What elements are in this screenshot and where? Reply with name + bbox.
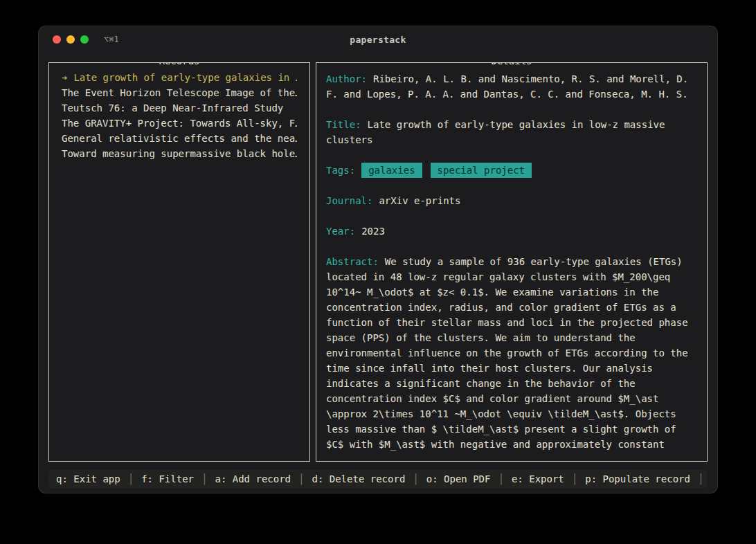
title-label: Title: (326, 119, 361, 130)
record-item-selected[interactable]: ➔Late growth of early-type galaxies in … (62, 70, 297, 85)
tag-badge: galaxies (361, 163, 422, 178)
record-item[interactable]: Toward measuring supermassive black hole… (62, 146, 297, 161)
year-value: 2023 (361, 226, 385, 237)
record-title: The Event Horizon Telescope Image of the… (62, 87, 297, 98)
statusbar-separator: │ (128, 473, 134, 484)
close-window-button[interactable] (53, 35, 61, 44)
statusbar-item-more[interactable]: ... (703, 473, 708, 484)
author-label: Author: (326, 73, 367, 84)
selection-arrow-icon: ➔ (62, 72, 67, 83)
statusbar-item-populate-record[interactable]: p: Populate record (577, 473, 698, 484)
details-panel-title: Details (485, 62, 538, 66)
statusbar-item-add-record[interactable]: a: Add record (207, 473, 298, 484)
field-title: Title:Late growth of early-type galaxies… (326, 117, 697, 147)
statusbar-separator: │ (298, 473, 304, 484)
statusbar-separator: │ (413, 473, 418, 484)
field-author: Author:Ribeiro, A. L. B. and Nascimento,… (326, 71, 697, 102)
statusbar-separator: │ (572, 473, 577, 484)
abstract-label: Abstract: (326, 256, 379, 267)
record-item[interactable]: The Event Horizon Telescope Image of the… (62, 85, 297, 100)
record-item[interactable]: The GRAVITY+ Project: Towards All-sky, F… (62, 116, 297, 131)
records-panel-title: Records (152, 62, 206, 66)
year-label: Year: (326, 226, 355, 237)
statusbar-item-delete-record[interactable]: d: Delete record (304, 473, 413, 484)
details-panel: Details Author:Ribeiro, A. L. B. and Nas… (316, 62, 708, 462)
tags-label: Tags: (326, 165, 355, 176)
records-panel: Records ➔Late growth of early-type galax… (48, 62, 310, 462)
statusbar-separator: │ (698, 473, 703, 484)
minimize-window-button[interactable] (66, 35, 75, 44)
record-title: Toward measuring supermassive black hole… (62, 148, 297, 159)
statusbar-item-open-pdf[interactable]: o: Open PDF (419, 473, 498, 484)
tab-shortcut-label: ⌥⌘1 (104, 35, 119, 44)
journal-label: Journal: (326, 195, 372, 206)
record-item[interactable]: General relativistic effects and the nea… (62, 131, 297, 146)
statusbar-separator: │ (201, 473, 207, 484)
journal-value: arXiv e-prints (379, 195, 460, 206)
status-bar: q: Exit app │ f: Filter │ a: Add record … (48, 470, 708, 488)
main-content: Records ➔Late growth of early-type galax… (39, 53, 717, 462)
field-tags: Tags:galaxiesspecial project (326, 163, 697, 178)
statusbar-item-exit-app[interactable]: q: Exit app (53, 473, 128, 484)
tag-badge: special project (431, 163, 532, 178)
statusbar-item-filter[interactable]: f: Filter (134, 473, 201, 484)
terminal-window: ⌥⌘1 paperstack Records ➔Late growth of e… (39, 26, 717, 493)
author-value: Ribeiro, A. L. B. and Nascimento, R. S. … (326, 73, 688, 100)
field-year: Year:2023 (326, 224, 697, 239)
record-title: Late growth of early-type galaxies in … (73, 72, 297, 83)
field-abstract: Abstract:We study a sample of 936 early-… (326, 254, 697, 452)
abstract-value: We study a sample of 936 early-type gala… (326, 256, 688, 450)
desktop-background: ⌥⌘1 paperstack Records ➔Late growth of e… (0, 0, 756, 544)
statusbar-item-export[interactable]: e: Export (504, 473, 572, 484)
traffic-lights (53, 35, 89, 44)
record-item[interactable]: Teutsch 76: a Deep Near-Infrared Study (62, 100, 297, 116)
titlebar: ⌥⌘1 paperstack (39, 26, 717, 53)
record-title: General relativistic effects and the nea… (62, 133, 297, 144)
statusbar-separator: │ (498, 473, 503, 484)
record-title: The GRAVITY+ Project: Towards All-sky, F… (62, 118, 297, 129)
field-journal: Journal:arXiv e-prints (326, 193, 697, 208)
window-title: paperstack (350, 35, 406, 45)
record-title: Teutsch 76: a Deep Near-Infrared Study (62, 102, 283, 114)
zoom-window-button[interactable] (80, 35, 89, 44)
title-value: Late growth of early-type galaxies in lo… (326, 119, 665, 145)
